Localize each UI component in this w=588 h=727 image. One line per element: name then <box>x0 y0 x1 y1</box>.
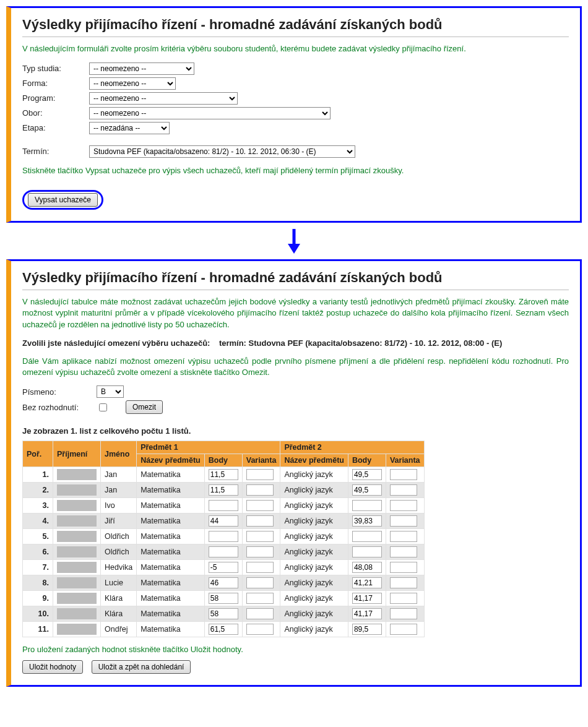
label-typ: Typ studia: <box>22 64 89 73</box>
select-termin[interactable]: Studovna PEF (kapacita/obsazeno: 81/2) -… <box>89 145 355 158</box>
input-body1[interactable] <box>209 469 238 480</box>
input-var2[interactable] <box>390 469 417 480</box>
row-pismeno: Písmeno: B <box>22 385 569 398</box>
cell-v2 <box>386 529 424 544</box>
input-var1[interactable] <box>246 484 274 496</box>
input-body1[interactable] <box>209 484 238 496</box>
select-typ[interactable]: -- neomezeno -- <box>89 62 194 75</box>
input-body1[interactable] <box>209 546 238 557</box>
cell-prijmeni <box>53 591 101 606</box>
input-body1[interactable] <box>209 562 238 573</box>
table-row: 9.KláraMatematikaAnglický jazyk <box>23 591 425 606</box>
input-var2[interactable] <box>390 608 417 619</box>
cell-p2: Anglický jazyk <box>280 467 348 483</box>
cell-v2 <box>386 560 424 575</box>
input-var1[interactable] <box>246 546 274 557</box>
checkbox-bez-rozhodnuti[interactable] <box>99 403 107 411</box>
input-var1[interactable] <box>246 500 274 511</box>
input-body1[interactable] <box>209 500 238 511</box>
input-body1[interactable] <box>209 577 238 588</box>
cell-p2: Anglický jazyk <box>280 575 348 591</box>
cell-b2 <box>348 622 386 637</box>
input-var2[interactable] <box>390 624 417 635</box>
input-body2[interactable] <box>352 624 382 635</box>
cell-p2: Anglický jazyk <box>280 622 348 637</box>
input-var1[interactable] <box>246 593 274 604</box>
input-body2[interactable] <box>352 593 382 604</box>
cell-p1: Matematika <box>137 591 205 606</box>
input-var2[interactable] <box>390 484 417 496</box>
vypsat-button[interactable]: Vypsat uchazeče <box>28 193 98 207</box>
input-var2[interactable] <box>390 515 417 527</box>
page-title-2: Výsledky přijímacího řízení - hromadné z… <box>22 270 569 286</box>
cell-b2 <box>348 498 386 514</box>
select-obor[interactable]: -- neomezeno -- <box>89 107 331 119</box>
surname-redacted <box>57 624 97 635</box>
input-var2[interactable] <box>390 593 417 604</box>
cell-p2: Anglický jazyk <box>280 544 348 560</box>
row-bez: Bez rozhodnutí: Omezit <box>22 400 569 414</box>
cell-v1 <box>242 544 280 560</box>
input-body2[interactable] <box>352 562 382 573</box>
input-var1[interactable] <box>246 608 274 619</box>
select-forma[interactable]: -- neomezeno -- <box>89 77 176 90</box>
input-body1[interactable] <box>209 608 238 619</box>
select-pismeno[interactable]: B <box>97 385 124 398</box>
input-var2[interactable] <box>390 546 417 557</box>
row-program: Program: -- neomezeno -- <box>22 92 569 105</box>
input-var2[interactable] <box>390 500 417 511</box>
input-var2[interactable] <box>390 562 417 573</box>
cell-v2 <box>386 622 424 637</box>
cell-v2 <box>386 498 424 514</box>
input-body2[interactable] <box>352 484 382 496</box>
cell-p2: Anglický jazyk <box>280 529 348 544</box>
input-var1[interactable] <box>246 469 274 480</box>
input-var2[interactable] <box>390 531 417 542</box>
select-program[interactable]: -- neomezeno -- <box>89 92 238 105</box>
selection-line: Zvolili jste následující omezení výběru … <box>22 338 569 348</box>
cell-jmeno: Oldřich <box>101 544 137 560</box>
cell-b1 <box>204 622 242 637</box>
cell-por: 6. <box>23 544 53 560</box>
input-body2[interactable] <box>352 546 382 557</box>
cell-por: 1. <box>23 467 53 483</box>
input-body2[interactable] <box>352 577 382 588</box>
cell-b1 <box>204 483 242 498</box>
cell-p2: Anglický jazyk <box>280 514 348 529</box>
input-var1[interactable] <box>246 577 274 588</box>
input-var1[interactable] <box>246 562 274 573</box>
surname-redacted <box>57 469 97 480</box>
cell-v2 <box>386 483 424 498</box>
input-var1[interactable] <box>246 531 274 542</box>
input-body2[interactable] <box>352 500 382 511</box>
save-note: Pro uložení zadaných hodnot stiskněte tl… <box>22 645 569 654</box>
input-body1[interactable] <box>209 515 238 527</box>
row-etapa: Etapa: -- nezadána -- <box>22 122 569 134</box>
cell-jmeno: Klára <box>101 591 137 606</box>
hint-text-2: Dále Vám aplikace nabízí možnost omezení… <box>22 356 569 378</box>
cell-p2: Anglický jazyk <box>280 483 348 498</box>
cell-por: 3. <box>23 498 53 514</box>
input-body2[interactable] <box>352 531 382 542</box>
cell-v2 <box>386 514 424 529</box>
input-var1[interactable] <box>246 624 274 635</box>
cell-b1 <box>204 514 242 529</box>
filter-block: Písmeno: B Bez rozhodnutí: Omezit <box>22 385 569 414</box>
save-button[interactable]: Uložit hodnoty <box>22 660 83 674</box>
input-body1[interactable] <box>209 593 238 604</box>
th-var2: Varianta <box>386 454 424 467</box>
input-body2[interactable] <box>352 469 382 480</box>
input-body2[interactable] <box>352 515 382 527</box>
cell-p1: Matematika <box>137 606 205 622</box>
input-body2[interactable] <box>352 608 382 619</box>
cell-jmeno: Lucie <box>101 575 137 591</box>
cell-b2 <box>348 560 386 575</box>
input-body1[interactable] <box>209 624 238 635</box>
input-var2[interactable] <box>390 577 417 588</box>
cell-por: 8. <box>23 575 53 591</box>
select-etapa[interactable]: -- nezadána -- <box>89 122 170 134</box>
save-back-button[interactable]: Uložit a zpět na dohledání <box>92 660 191 674</box>
omezit-button[interactable]: Omezit <box>126 400 163 414</box>
input-body1[interactable] <box>209 531 238 542</box>
input-var1[interactable] <box>246 515 274 527</box>
